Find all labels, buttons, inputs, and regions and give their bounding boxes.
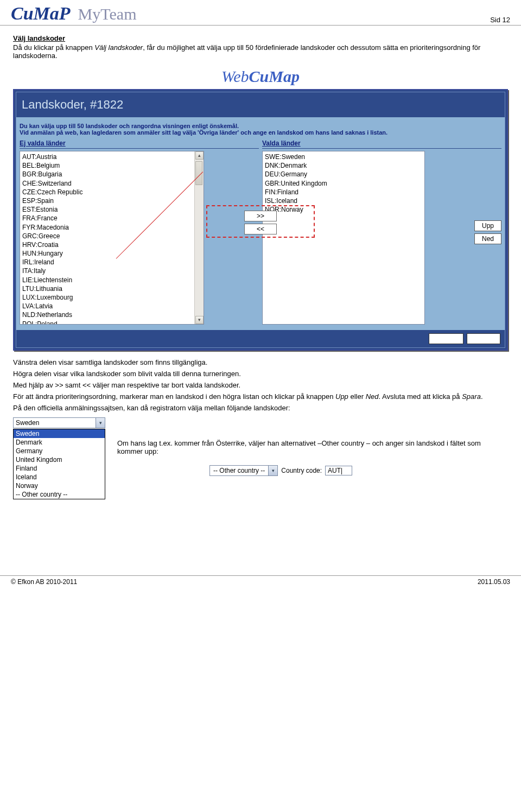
logo-cumap: CuMaP: [11, 3, 71, 24]
list-item[interactable]: LIE:Liechtenstein: [22, 276, 201, 284]
list-item[interactable]: FRA:France: [22, 214, 201, 223]
app-info-2b: och ange en landskod om hans land saknas…: [239, 129, 387, 136]
list-item[interactable]: GRC:Greece: [22, 232, 201, 240]
list-item[interactable]: EST:Estonia: [22, 205, 201, 214]
list-item[interactable]: DEU:Germany: [265, 170, 422, 179]
cancel-button[interactable]: Avbryt: [429, 333, 463, 344]
page-footer: © Efkon AB 2010-2011 2011.05.03: [0, 575, 521, 591]
explain-p4-up: Upp: [335, 392, 348, 401]
dropdown-option[interactable]: United Kingdom: [14, 455, 105, 464]
list-item[interactable]: ISL:Iceland: [265, 196, 422, 205]
remove-button[interactable]: <<: [244, 224, 277, 234]
dropdown-example-row: Sweden ▾ SwedenDenmarkGermanyUnited King…: [13, 417, 508, 499]
right-col-head-link[interactable]: Valda länder: [262, 139, 301, 147]
webcumap-text: WebCuMap: [221, 67, 300, 85]
explanation: Vänstra delen visar samtliga landskoder …: [13, 358, 508, 412]
explain-p4-save: Spara: [462, 392, 481, 401]
right-column: Valda länder SWE:SwedenDNK:DenmarkDEU:Ge…: [262, 138, 501, 325]
explain-p4-a: För att ändra prioriteringsordning, mark…: [13, 392, 335, 401]
scrollbar[interactable]: ▴ ▾: [194, 151, 204, 324]
list-item[interactable]: FIN:Finland: [265, 188, 422, 196]
other-country-value: -- Other country --: [210, 466, 268, 475]
app-info-hl: 'Övriga länder': [198, 129, 239, 136]
list-item[interactable]: POL:Poland: [22, 320, 201, 325]
dropdown-option[interactable]: Finland: [14, 464, 105, 473]
app-footer: Avbryt Spara: [16, 330, 505, 347]
list-item[interactable]: BGR:Bulgaria: [22, 170, 201, 179]
explain-p4-ned: Ned: [366, 392, 379, 401]
logo: CuMaP MyTeam: [11, 3, 136, 24]
dropdown-option[interactable]: Denmark: [14, 438, 105, 447]
columns: Ej valda länder AUT:AustriaBEL:BelgiumBG…: [16, 138, 505, 330]
list-item[interactable]: FYR:Macedonia: [22, 223, 201, 232]
list-item[interactable]: LUX:Luxembourg: [22, 293, 201, 302]
unselected-listbox[interactable]: AUT:AustriaBEL:BelgiumBGR:BulgariaCHE:Sw…: [20, 151, 204, 325]
app-screenshot: Landskoder, #1822 Du kan välja upp till …: [13, 89, 508, 351]
dropdown-closed[interactable]: Sweden ▾: [13, 417, 105, 428]
chevron-down-icon[interactable]: ▾: [96, 418, 105, 428]
explain-p4: För att ändra prioriteringsordning, mark…: [13, 392, 508, 401]
dropdown-note: Om hans lag t.ex. kommer från Österrike,…: [117, 417, 508, 476]
dropdown-open[interactable]: SwedenDenmarkGermanyUnited KingdomFinlan…: [13, 429, 105, 499]
intro-em: Välj landskoder: [94, 43, 143, 52]
page-header: CuMaP MyTeam Sid 12: [0, 0, 521, 26]
scroll-up-icon[interactable]: ▴: [195, 151, 204, 160]
explain-p4-end: .: [481, 392, 483, 401]
footer-left: © Efkon AB 2010-2011: [11, 578, 77, 586]
country-code-input[interactable]: [325, 466, 352, 475]
list-item[interactable]: LVA:Latvia: [22, 302, 201, 310]
scroll-thumb[interactable]: [195, 161, 202, 185]
app-title-bar: Landskoder, #1822: [16, 92, 505, 117]
list-item[interactable]: NOR:Norway: [265, 205, 422, 214]
list-item[interactable]: NLD:Netherlands: [22, 310, 201, 319]
other-country-dropdown[interactable]: -- Other country -- ▾: [209, 465, 278, 476]
dropdown-option[interactable]: Iceland: [14, 473, 105, 481]
note-text: Om hans lag t.ex. kommer från Österrike,…: [117, 439, 508, 455]
list-item[interactable]: ITA:Italy: [22, 267, 201, 275]
app-info-line1: Du kan välja upp till 50 landskoder och …: [20, 123, 501, 129]
section-title: Välj landskoder: [13, 34, 508, 42]
other-country-row: -- Other country -- ▾ Country code:: [209, 465, 352, 476]
app-info-line2: Vid anmälan på web, kan lagledaren som a…: [20, 129, 501, 136]
move-buttons: >> <<: [244, 211, 277, 234]
selected-listbox[interactable]: SWE:SwedenDNK:DenmarkDEU:GermanyGBR:Unit…: [262, 151, 425, 325]
chevron-down-icon[interactable]: ▾: [268, 466, 277, 475]
list-item[interactable]: HRV:Croatia: [22, 240, 201, 249]
app-panel-inner: Landskoder, #1822 Du kan välja upp till …: [16, 92, 505, 348]
country-code-label: Country code:: [281, 467, 322, 474]
list-item[interactable]: GBR:United Kingdom: [265, 179, 422, 188]
dropdown-option[interactable]: -- Other country --: [14, 490, 105, 499]
list-item[interactable]: CHE:Switzerland: [22, 179, 201, 188]
down-button[interactable]: Ned: [474, 233, 501, 244]
left-column: Ej valda länder AUT:AustriaBEL:BelgiumBG…: [20, 138, 259, 325]
list-item[interactable]: IRL:Ireland: [22, 258, 201, 267]
list-item[interactable]: CZE:Czech Republic: [22, 188, 201, 196]
selected-items: SWE:SwedenDNK:DenmarkDEU:GermanyGBR:Unit…: [263, 151, 424, 215]
dropdown-option[interactable]: Sweden: [14, 429, 105, 438]
dropdown-example: Sweden ▾ SwedenDenmarkGermanyUnited King…: [13, 417, 105, 499]
webcumap-logo: WebCuMap: [13, 67, 508, 86]
list-item[interactable]: HUN:Hungary: [22, 249, 201, 258]
up-button[interactable]: Upp: [474, 220, 501, 231]
dropdown-option[interactable]: Norway: [14, 481, 105, 490]
list-item[interactable]: DNK:Denmark: [265, 161, 422, 170]
left-col-head-link[interactable]: Ej valda länder: [20, 139, 66, 147]
list-item[interactable]: AUT:Austria: [22, 153, 201, 161]
explain-p1: Vänstra delen visar samtliga landskoder …: [13, 358, 508, 366]
explain-p4-b: . Avsluta med att klicka på: [379, 392, 462, 401]
order-buttons: Upp Ned: [474, 220, 501, 244]
add-button[interactable]: >>: [244, 211, 277, 221]
list-item[interactable]: ESP:Spain: [22, 196, 201, 205]
list-item[interactable]: SWE:Sweden: [265, 153, 422, 161]
app-panel: Landskoder, #1822 Du kan välja upp till …: [13, 89, 508, 351]
list-item[interactable]: BEL:Belgium: [22, 161, 201, 170]
save-button[interactable]: Spara: [467, 333, 500, 344]
explain-p4-mid: eller: [348, 392, 366, 401]
list-item[interactable]: LTU:Lithuania: [22, 284, 201, 293]
left-col-head: Ej valda länder: [20, 138, 259, 149]
dropdown-option[interactable]: Germany: [14, 447, 105, 455]
explain-p2: Högra delen visar vilka landskoder som b…: [13, 370, 508, 378]
scroll-down-icon[interactable]: ▾: [195, 316, 204, 324]
logo-myteam: MyTeam: [78, 5, 137, 23]
right-col-head: Valda länder: [262, 138, 501, 149]
